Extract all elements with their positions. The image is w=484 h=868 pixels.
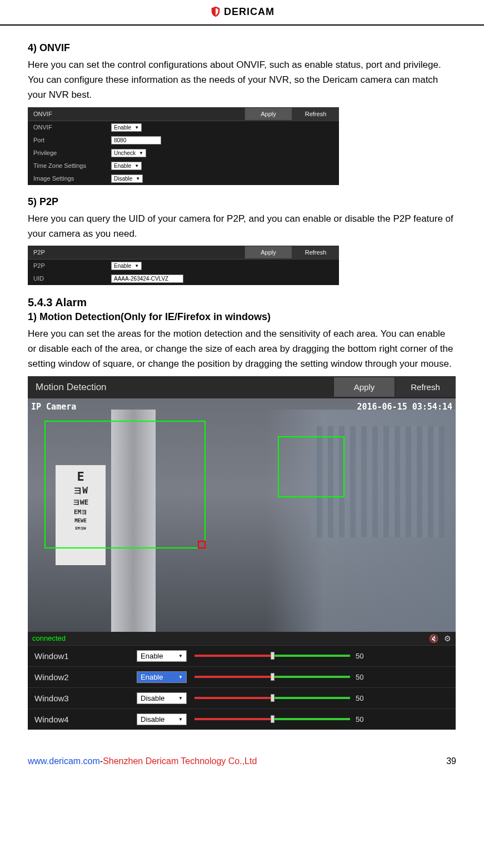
sensitivity-slider[interactable]: 50: [194, 673, 449, 681]
slider-value: 50: [356, 715, 372, 724]
window-label: Window1: [34, 651, 129, 661]
connection-status: connected: [32, 634, 429, 642]
p2p-panel-title: P2P: [28, 246, 245, 259]
status-icons: 🔇 ⚙: [429, 634, 451, 643]
motion-detection-panel: Motion Detection Apply Refresh E ヨW ヨWE …: [28, 376, 456, 730]
p2p-row-p2p: P2P Enable▼: [28, 260, 339, 272]
chevron-down-icon: ▼: [178, 654, 183, 659]
onvif-row-port: Port: [28, 134, 339, 147]
slider-value: 50: [356, 694, 372, 702]
resize-handle[interactable]: [198, 541, 206, 548]
window-label: Window3: [34, 694, 129, 703]
chevron-down-icon: ▼: [139, 151, 143, 156]
onvif-row-privilege: Privilege Uncheck▼: [28, 147, 339, 159]
port-input[interactable]: [111, 136, 161, 144]
chevron-down-icon: ▼: [178, 717, 183, 722]
mute-icon[interactable]: 🔇: [429, 634, 438, 643]
p2p-panel-header: P2P Apply Refresh: [28, 246, 339, 260]
motion-detection-body: Here you can set the areas for the motio…: [28, 326, 456, 372]
chevron-down-icon: ▼: [134, 125, 139, 130]
section-5-body: Here you can query the UID of your camer…: [28, 211, 456, 241]
field-label: Image Settings: [33, 175, 111, 182]
timezone-select[interactable]: Enable▼: [111, 162, 142, 170]
refresh-button[interactable]: Refresh: [292, 108, 339, 120]
field-label: Privilege: [33, 149, 111, 156]
chevron-down-icon: ▼: [178, 675, 183, 680]
page-number: 39: [446, 756, 456, 766]
field-label: Time Zone Settings: [33, 162, 111, 169]
p2p-row-uid: UID: [28, 272, 339, 285]
window-label: Window2: [34, 672, 129, 682]
camera-name-overlay: IP Camera: [31, 402, 76, 412]
window-enable-select[interactable]: Disable▼: [137, 714, 187, 725]
window-row: Window2Enable▼50: [28, 666, 456, 687]
video-status-bar: connected 🔇 ⚙: [28, 632, 456, 645]
footer-text: www.dericam.com-Shenzhen Dericam Technol…: [28, 756, 257, 766]
onvif-row-img: Image Settings Disable▼: [28, 172, 339, 185]
apply-button[interactable]: Apply: [245, 108, 292, 120]
onvif-panel-header: ONVIF Apply Refresh: [28, 107, 339, 121]
page-header: DERICAM: [0, 0, 484, 26]
timestamp-overlay: 2016-06-15 03:54:14: [357, 402, 452, 412]
logo: DERICAM: [209, 6, 275, 18]
p2p-enable-select[interactable]: Enable▼: [111, 262, 142, 270]
detection-window-2[interactable]: [278, 436, 345, 497]
privilege-select[interactable]: Uncheck▼: [111, 149, 146, 157]
window-row: Window1Enable▼50: [28, 645, 456, 666]
shield-icon: [209, 6, 222, 18]
window-enable-select[interactable]: Enable▼: [137, 650, 187, 662]
apply-button[interactable]: Apply: [333, 377, 395, 397]
video-preview[interactable]: E ヨW ヨWE EMヨ MEWE EMヨW IP Camera 2016-06…: [28, 398, 456, 632]
onvif-row-onvif: ONVIF Enable▼: [28, 121, 339, 134]
sensitivity-slider[interactable]: 50: [194, 715, 449, 724]
uid-input[interactable]: [111, 275, 183, 283]
refresh-button[interactable]: Refresh: [395, 377, 456, 397]
sensitivity-slider[interactable]: 50: [194, 652, 449, 660]
slider-value: 50: [356, 652, 372, 660]
logo-text: DERICAM: [224, 6, 275, 18]
chevron-down-icon: ▼: [136, 176, 140, 181]
motion-detection-title: 1) Motion Detection(Only for IE/Firefox …: [28, 311, 456, 323]
page-footer: www.dericam.com-Shenzhen Dericam Technol…: [0, 746, 484, 772]
field-label: P2P: [33, 262, 111, 269]
section-4-title: 4) ONVIF: [28, 42, 456, 54]
window-row: Window4Disable▼50: [28, 709, 456, 730]
window-label: Window4: [34, 715, 129, 724]
onvif-panel-title: ONVIF: [28, 107, 245, 121]
p2p-panel: P2P Apply Refresh P2P Enable▼ UID: [28, 246, 339, 285]
slider-value: 50: [356, 673, 372, 681]
footer-company: Shenzhen Dericam Technology Co.,Ltd: [103, 756, 257, 766]
onvif-enable-select[interactable]: Enable▼: [111, 123, 142, 132]
detection-window-1[interactable]: [44, 421, 206, 548]
field-label: ONVIF: [33, 124, 111, 131]
alarm-heading: 5.4.3 Alarm: [28, 296, 456, 309]
section-5-title: 5) P2P: [28, 196, 456, 208]
md-panel-header: Motion Detection Apply Refresh: [28, 376, 456, 398]
window-enable-select[interactable]: Disable▼: [137, 692, 187, 704]
footer-url: www.dericam.com: [28, 756, 100, 766]
settings-icon[interactable]: ⚙: [444, 634, 451, 643]
onvif-panel: ONVIF Apply Refresh ONVIF Enable▼ Port P…: [28, 107, 339, 185]
chevron-down-icon: ▼: [178, 696, 183, 701]
section-4-body: Here you can set the control configurati…: [28, 57, 456, 103]
window-enable-select[interactable]: Enable▼: [137, 671, 187, 683]
apply-button[interactable]: Apply: [245, 246, 292, 258]
sensitivity-slider[interactable]: 50: [194, 694, 449, 702]
md-panel-title: Motion Detection: [28, 376, 333, 398]
image-settings-select[interactable]: Disable▼: [111, 174, 143, 183]
window-row: Window3Disable▼50: [28, 687, 456, 709]
chevron-down-icon: ▼: [134, 263, 139, 268]
field-label: Port: [33, 137, 111, 143]
onvif-row-tz: Time Zone Settings Enable▼: [28, 159, 339, 172]
chevron-down-icon: ▼: [134, 163, 139, 168]
field-label: UID: [33, 275, 111, 282]
refresh-button[interactable]: Refresh: [292, 246, 339, 258]
